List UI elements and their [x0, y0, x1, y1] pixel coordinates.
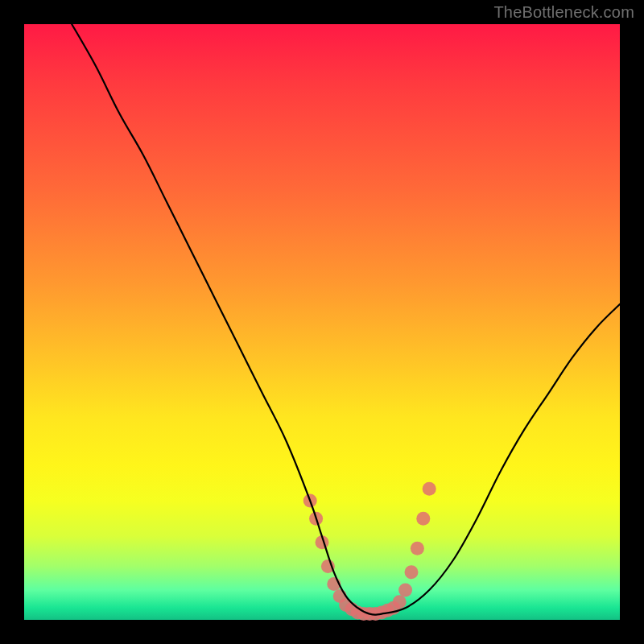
plot-area	[24, 24, 620, 620]
highlight-dot	[411, 542, 424, 555]
watermark-text: TheBottleneck.com	[493, 3, 634, 22]
highlight-dot	[405, 565, 419, 579]
highlight-dot	[393, 595, 407, 609]
chart-frame: TheBottleneck.com	[0, 0, 644, 644]
curve-svg	[24, 24, 620, 620]
highlight-dot	[416, 512, 430, 526]
marker-layer	[303, 482, 436, 621]
highlight-dot	[423, 482, 436, 496]
highlight-dot	[398, 584, 412, 597]
bottleneck-curve	[72, 24, 620, 615]
